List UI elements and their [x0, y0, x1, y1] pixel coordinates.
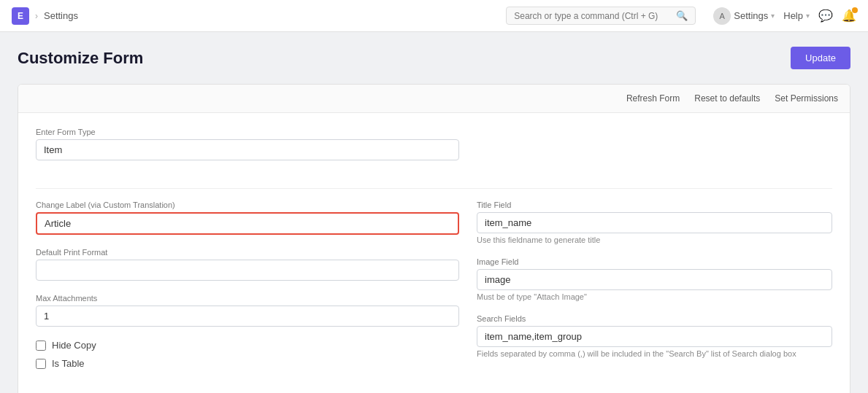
image-field-hint: Must be of type "Attach Image" — [477, 292, 832, 301]
right-column: Title Field Use this fieldname to genera… — [477, 201, 832, 376]
is-table-checkbox[interactable] — [36, 359, 46, 369]
image-field-label: Image Field — [477, 257, 832, 266]
help-dropdown[interactable]: Help ▾ — [783, 10, 810, 21]
max-attachments-input[interactable] — [36, 306, 459, 327]
page-title: Customize Form — [18, 49, 143, 68]
hide-copy-label[interactable]: Hide Copy — [52, 340, 96, 351]
help-label: Help — [783, 10, 803, 21]
default-print-format-label: Default Print Format — [36, 248, 459, 257]
hide-copy-row: Hide Copy — [36, 340, 459, 351]
max-attachments-group: Max Attachments — [36, 294, 459, 327]
refresh-form-button[interactable]: Refresh Form — [626, 92, 680, 105]
enter-form-type-group: Enter Form Type — [36, 128, 459, 160]
max-attachments-label: Max Attachments — [36, 294, 459, 303]
update-button[interactable]: Update — [791, 47, 850, 69]
title-field-group: Title Field Use this fieldname to genera… — [477, 201, 832, 244]
page-wrapper: Customize Form Update Refresh Form Reset… — [0, 32, 868, 393]
is-table-label[interactable]: Is Table — [52, 358, 85, 369]
change-label-label: Change Label (via Custom Translation) — [36, 201, 459, 209]
global-search[interactable]: 🔍 — [506, 7, 696, 25]
brand-logo: E — [12, 7, 29, 25]
search-fields-group: Search Fields Fields separated by comma … — [477, 314, 832, 358]
enter-form-type-label: Enter Form Type — [36, 128, 459, 136]
title-field-label: Title Field — [477, 201, 832, 209]
change-label-group: Change Label (via Custom Translation) — [36, 201, 459, 235]
title-field-hint: Use this fieldname to generate title — [477, 236, 832, 244]
title-field-input[interactable] — [477, 212, 832, 233]
notification-icon[interactable]: 🔔 — [842, 9, 856, 23]
form-type-col: Enter Form Type — [36, 128, 459, 174]
form-type-row: Enter Form Type — [36, 128, 832, 174]
is-table-row: Is Table — [36, 358, 459, 369]
user-icon: A — [713, 7, 731, 25]
image-field-group: Image Field Must be of type "Attach Imag… — [477, 257, 832, 301]
chat-icon[interactable]: 💬 — [818, 9, 833, 23]
left-column: Change Label (via Custom Translation) De… — [36, 201, 459, 376]
breadcrumb-chevron: › — [35, 11, 38, 21]
default-print-format-input[interactable] — [36, 260, 459, 281]
main-fields-row: Change Label (via Custom Translation) De… — [36, 201, 832, 376]
enter-form-type-input[interactable] — [36, 139, 459, 160]
hide-copy-checkbox[interactable] — [36, 341, 46, 351]
image-field-input[interactable] — [477, 269, 832, 290]
toolbar-row: Refresh Form Reset to defaults Set Permi… — [18, 85, 850, 113]
change-label-input[interactable] — [36, 212, 459, 235]
search-fields-hint: Fields separated by comma (,) will be in… — [477, 349, 832, 358]
form-content: Enter Form Type Change Label (via Custom… — [18, 113, 850, 393]
search-icon: 🔍 — [676, 10, 688, 21]
separator-1 — [36, 188, 832, 189]
settings-dropdown[interactable]: A Settings ▾ — [713, 7, 775, 25]
set-permissions-button[interactable]: Set Permissions — [775, 92, 838, 105]
navbar: E › Settings 🔍 A Settings ▾ Help ▾ 💬 🔔 — [0, 0, 868, 32]
default-print-format-group: Default Print Format — [36, 248, 459, 281]
settings-label: Settings — [734, 10, 768, 21]
help-chevron-icon: ▾ — [806, 12, 810, 20]
notification-badge — [852, 7, 858, 13]
reset-defaults-button[interactable]: Reset to defaults — [694, 92, 760, 105]
search-input[interactable] — [514, 11, 672, 21]
search-fields-input[interactable] — [477, 326, 832, 347]
navbar-right: A Settings ▾ Help ▾ 💬 🔔 — [713, 7, 856, 25]
breadcrumb-settings[interactable]: Settings — [44, 10, 78, 21]
page-header: Customize Form Update — [18, 47, 850, 69]
search-fields-label: Search Fields — [477, 314, 832, 323]
main-card: Refresh Form Reset to defaults Set Permi… — [18, 84, 850, 393]
settings-chevron-icon: ▾ — [771, 12, 775, 20]
